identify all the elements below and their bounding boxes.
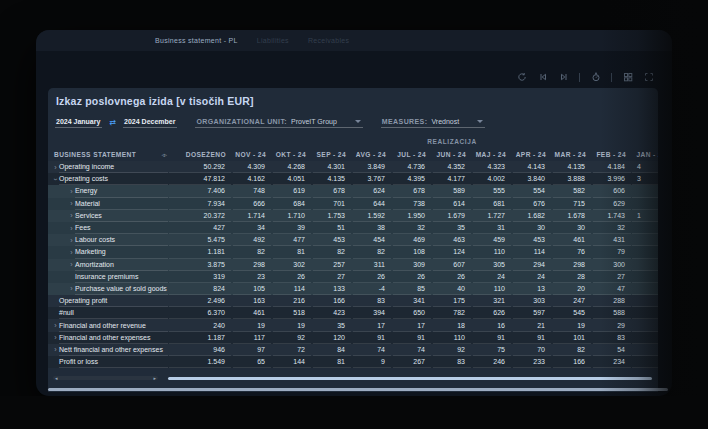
value-cell: 459 <box>473 234 511 246</box>
row-header-label: BUSINESS STATEMENT <box>54 151 136 158</box>
row-label-cell[interactable]: ›Labour costs <box>48 234 168 246</box>
value-cell: 701 <box>313 198 351 210</box>
value-cell: 454 <box>353 234 391 246</box>
expand-chevron-icon[interactable]: › <box>68 249 75 256</box>
expand-chevron-icon[interactable]: › <box>52 346 59 353</box>
label-pane-scrollbar[interactable]: ◂ ▸ <box>53 376 158 380</box>
expand-chevron-icon[interactable]: › <box>68 225 75 232</box>
value-cell: 300 <box>593 259 631 271</box>
value-cell: 240 <box>169 319 231 331</box>
value-cell: 35 <box>433 222 471 234</box>
table-row: ›Services20.3721.7141.7101.7531.5921.950… <box>48 210 658 222</box>
value-cell: 824 <box>169 283 231 295</box>
value-cell-clipped: 4 <box>632 161 658 173</box>
value-cell: 30 <box>553 222 591 234</box>
value-cell: 166 <box>313 295 351 307</box>
column-header[interactable]: AVG - 24 <box>352 151 392 158</box>
swap-dates-icon[interactable]: ⇄ <box>109 119 116 128</box>
expand-chevron-icon[interactable]: › <box>52 322 59 329</box>
column-header[interactable]: DOSEŽENO <box>168 151 232 158</box>
grid-icon[interactable] <box>622 72 633 83</box>
expand-chevron-icon[interactable]: › <box>68 212 75 219</box>
tab-receivables[interactable]: Receivables <box>308 37 349 44</box>
horizontal-scrollbar-thumb[interactable] <box>168 377 652 380</box>
value-cell: 32 <box>393 222 431 234</box>
value-cell: 302 <box>273 259 311 271</box>
tab-bar: Business statement - PLLiabilitiesReceiv… <box>36 30 672 51</box>
value-cell: 81 <box>313 356 351 368</box>
value-cell-clipped <box>632 319 658 331</box>
refresh-icon[interactable] <box>516 72 527 83</box>
row-label-cell[interactable]: ›Fees <box>48 222 168 234</box>
value-cell: 110 <box>473 246 511 258</box>
expand-chevron-icon[interactable]: › <box>68 188 75 195</box>
row-label-cell[interactable]: ›Financial and other expenses <box>48 332 168 344</box>
value-cell: 463 <box>433 234 471 246</box>
value-cell: 79 <box>593 246 631 258</box>
row-label-cell[interactable]: ›Financial and other revenue <box>48 319 168 331</box>
scroll-left-icon[interactable]: ◂ <box>55 376 58 380</box>
date-from-field[interactable]: 2024 January <box>55 118 102 128</box>
value-cell: 124 <box>433 246 471 258</box>
measures-select[interactable]: MEASURES: Vrednost <box>381 118 485 128</box>
column-header[interactable]: APR - 24 <box>512 151 552 158</box>
row-label-cell[interactable]: ›Operating costs <box>48 173 168 185</box>
value-cell: 246 <box>473 356 511 368</box>
skip-previous-icon[interactable] <box>537 72 548 83</box>
value-cell: 26 <box>273 271 311 283</box>
row-label-cell[interactable]: ›Services <box>48 210 168 222</box>
organizational-unit-select[interactable]: ORGANIZATIONAL UNIT: ProveIT Group <box>195 118 362 128</box>
column-header[interactable]: MAJ - 24 <box>472 151 512 158</box>
report-panel: Izkaz poslovnega izida [v tisočih EUR] 2… <box>48 88 658 392</box>
skip-next-icon[interactable] <box>558 72 569 83</box>
value-cell: 29 <box>593 319 631 331</box>
value-cell: 518 <box>273 307 311 319</box>
row-label-cell[interactable]: ›Operating income <box>48 161 168 173</box>
column-header[interactable]: JAN - 24 <box>632 151 658 158</box>
value-cell: 666 <box>233 198 271 210</box>
value-cell: 1.187 <box>169 332 231 344</box>
row-label-cell[interactable]: ›Nett financial and other expenses <box>48 344 168 356</box>
expand-chevron-icon[interactable]: › <box>68 285 75 292</box>
row-label-cell[interactable]: ›Energy <box>48 185 168 197</box>
value-cell: 72 <box>273 344 311 356</box>
expand-chevron-icon[interactable]: › <box>52 164 59 171</box>
value-cell: 54 <box>593 344 631 356</box>
sort-icon[interactable]: ◃▹ <box>161 151 166 159</box>
column-header[interactable]: SEP - 24 <box>312 151 352 158</box>
value-cell: 83 <box>433 356 471 368</box>
column-header[interactable]: JUL - 24 <box>392 151 432 158</box>
value-cell: 1.592 <box>353 210 391 222</box>
row-header-cell[interactable]: BUSINESS STATEMENT◃▹ <box>48 151 168 159</box>
value-cell: 294 <box>513 259 551 271</box>
value-cell: 1.710 <box>273 210 311 222</box>
value-cell: 101 <box>553 332 591 344</box>
tab-liabilities[interactable]: Liabilities <box>257 37 289 44</box>
row-label-cell: #null <box>48 307 168 319</box>
column-header[interactable]: MAR - 24 <box>552 151 592 158</box>
scroll-right-icon[interactable]: ▸ <box>153 376 156 380</box>
window-bottom-scrollbar[interactable] <box>48 388 668 391</box>
value-cell: 4.143 <box>513 161 551 173</box>
tab-business-statement-pl[interactable]: Business statement - PL <box>155 37 238 44</box>
expand-chevron-icon[interactable]: › <box>68 200 75 207</box>
expand-chevron-icon[interactable]: › <box>68 261 75 268</box>
column-header[interactable]: JUN - 24 <box>432 151 472 158</box>
column-header[interactable]: FEB - 24 <box>592 151 632 158</box>
date-to-field[interactable]: 2024 December <box>123 118 177 128</box>
column-header[interactable]: NOV - 24 <box>232 151 272 158</box>
value-cell: 321 <box>473 295 511 307</box>
fullscreen-icon[interactable] <box>643 72 654 83</box>
row-label-cell[interactable]: ›Amortization <box>48 259 168 271</box>
expand-chevron-icon[interactable]: › <box>52 334 59 341</box>
value-cell: 588 <box>593 307 631 319</box>
table-row: Profit or loss1.549651448192678324623316… <box>48 356 658 368</box>
collapse-chevron-icon[interactable]: › <box>52 176 59 183</box>
row-label-cell[interactable]: ›Material <box>48 198 168 210</box>
column-header[interactable]: OKT - 24 <box>272 151 312 158</box>
value-cell: 82 <box>353 246 391 258</box>
row-label-cell[interactable]: ›Purchase value of sold goods <box>48 283 168 295</box>
timer-icon[interactable] <box>590 72 601 83</box>
row-label-cell[interactable]: ›Marketing <box>48 246 168 258</box>
expand-chevron-icon[interactable]: › <box>68 237 75 244</box>
